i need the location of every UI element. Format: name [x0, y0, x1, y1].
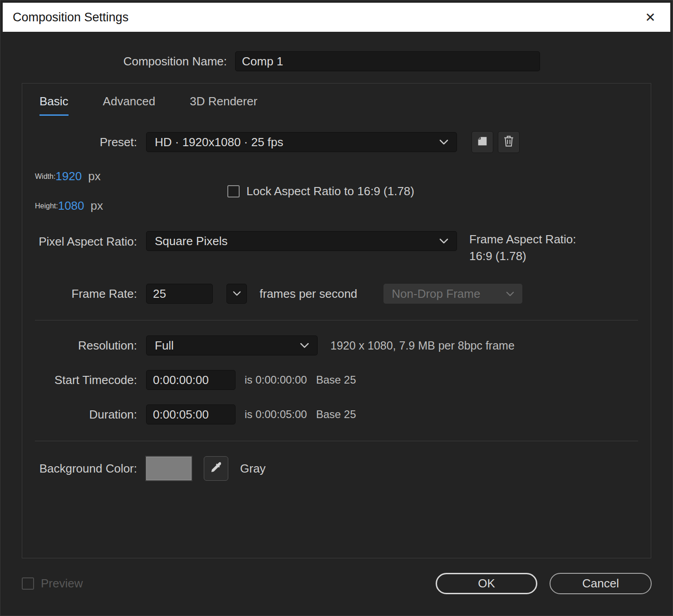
tab-3d-renderer[interactable]: 3D Renderer: [190, 94, 257, 116]
preset-row: Preset: HD · 1920x1080 · 25 fps: [35, 131, 638, 153]
eyedropper-icon: [209, 461, 223, 476]
save-preset-button[interactable]: [472, 131, 493, 153]
resolution-label: Resolution:: [35, 339, 137, 353]
trash-icon: [503, 135, 515, 149]
delete-preset-button[interactable]: [498, 131, 520, 153]
cancel-button[interactable]: Cancel: [550, 573, 652, 594]
frame-aspect-value: 16:9 (1.78): [469, 248, 576, 265]
duration-info: is 0:00:05:00 Base 25: [245, 408, 356, 421]
width-unit: px: [88, 169, 100, 183]
width-row: Width: 1920 px: [35, 169, 227, 183]
divider: [35, 441, 638, 441]
resolution-value: Full: [155, 339, 294, 353]
frame-rate-input[interactable]: [146, 284, 213, 304]
preview-label: Preview: [41, 577, 83, 591]
height-unit: px: [91, 199, 103, 213]
background-color-swatch[interactable]: [146, 457, 192, 480]
frame-aspect-label: Frame Aspect Ratio:: [469, 231, 576, 248]
eyedropper-button[interactable]: [204, 456, 228, 481]
chevron-down-icon: [439, 139, 448, 145]
preset-select[interactable]: HD · 1920x1080 · 25 fps: [146, 132, 457, 152]
preset-value: HD · 1920x1080 · 25 fps: [155, 135, 433, 149]
width-label: Width:: [35, 172, 55, 181]
frame-aspect-info: Frame Aspect Ratio: 16:9 (1.78): [469, 231, 576, 265]
lock-aspect-row: Lock Aspect Ratio to 16:9 (1.78): [227, 184, 414, 198]
width-value[interactable]: 1920: [55, 169, 82, 183]
footer-buttons: OK Cancel: [436, 573, 652, 594]
duration-row: Duration: is 0:00:05:00 Base 25: [35, 404, 638, 424]
composition-name-input[interactable]: [235, 51, 540, 71]
ok-button[interactable]: OK: [436, 573, 537, 594]
tab-advanced[interactable]: Advanced: [103, 94, 156, 116]
start-timecode-info: is 0:00:00:00 Base 25: [245, 374, 356, 386]
start-timecode-is: is 0:00:00:00: [245, 374, 307, 386]
dialog-title: Composition Settings: [13, 10, 128, 25]
lock-aspect-checkbox[interactable]: [227, 185, 240, 197]
composition-name-label: Composition Name:: [3, 54, 235, 69]
duration-is: is 0:00:05:00: [245, 408, 307, 421]
divider: [35, 320, 638, 320]
tab-bar: Basic Advanced 3D Renderer: [39, 94, 638, 116]
resolution-info: 1920 x 1080, 7.9 MB per 8bpc frame: [330, 339, 515, 352]
frame-rate-row: Frame Rate: frames per second Non-Drop F…: [35, 284, 638, 304]
resolution-select[interactable]: Full: [146, 335, 318, 355]
frames-per-second-label: frames per second: [260, 287, 357, 301]
pixel-aspect-select[interactable]: Square Pixels: [146, 231, 457, 251]
duration-base: Base 25: [316, 408, 356, 421]
drop-frame-value: Non-Drop Frame: [392, 287, 500, 301]
background-color-row: Background Color: Gray: [35, 456, 638, 481]
start-timecode-base: Base 25: [316, 374, 356, 386]
dialog-body: Composition Name: Basic Advanced 3D Rend…: [3, 32, 670, 616]
height-row: Height: 1080 px: [35, 199, 227, 213]
start-timecode-row: Start Timecode: is 0:00:00:00 Base 25: [35, 370, 638, 390]
duration-label: Duration:: [35, 408, 137, 422]
preview-checkbox[interactable]: [22, 577, 34, 590]
titlebar: Composition Settings ✕: [3, 3, 670, 32]
background-color-name: Gray: [240, 462, 265, 476]
start-timecode-input[interactable]: [146, 370, 236, 390]
pixel-aspect-row: Pixel Aspect Ratio: Square Pixels Frame …: [35, 231, 638, 265]
pixel-aspect-value: Square Pixels: [155, 234, 433, 248]
start-timecode-label: Start Timecode:: [35, 373, 137, 387]
duration-input[interactable]: [146, 404, 236, 424]
resolution-row: Resolution: Full 1920 x 1080, 7.9 MB per…: [35, 335, 638, 355]
close-button[interactable]: ✕: [640, 7, 660, 27]
dimensions-block: Width: 1920 px Height: 1080 px Lock Aspe…: [35, 169, 638, 213]
chevron-down-icon: [439, 238, 448, 244]
chevron-down-icon: [233, 290, 241, 298]
preset-label: Preset:: [35, 135, 137, 149]
chevron-down-icon: [506, 291, 514, 296]
chevron-down-icon: [300, 343, 309, 348]
background-color-label: Background Color:: [35, 462, 137, 476]
frame-rate-dropdown-button[interactable]: [226, 284, 247, 304]
height-value[interactable]: 1080: [58, 199, 84, 213]
pixel-aspect-label: Pixel Aspect Ratio:: [35, 235, 137, 249]
lock-aspect-label: Lock Aspect Ratio to 16:9 (1.78): [246, 184, 414, 198]
save-preset-icon: [476, 135, 489, 149]
height-label: Height:: [35, 202, 58, 210]
frame-rate-label: Frame Rate:: [35, 287, 137, 301]
preview-row: Preview: [22, 577, 83, 591]
dimensions-column: Width: 1920 px Height: 1080 px: [35, 169, 227, 213]
settings-panel: Basic Advanced 3D Renderer Preset: HD · …: [22, 83, 651, 558]
tab-basic[interactable]: Basic: [39, 94, 69, 116]
footer: Preview OK Cancel: [22, 573, 652, 594]
composition-settings-dialog: Composition Settings ✕ Composition Name:…: [0, 0, 673, 616]
close-icon: ✕: [645, 10, 655, 25]
composition-name-row: Composition Name:: [3, 51, 670, 71]
drop-frame-select: Non-Drop Frame: [383, 284, 522, 304]
